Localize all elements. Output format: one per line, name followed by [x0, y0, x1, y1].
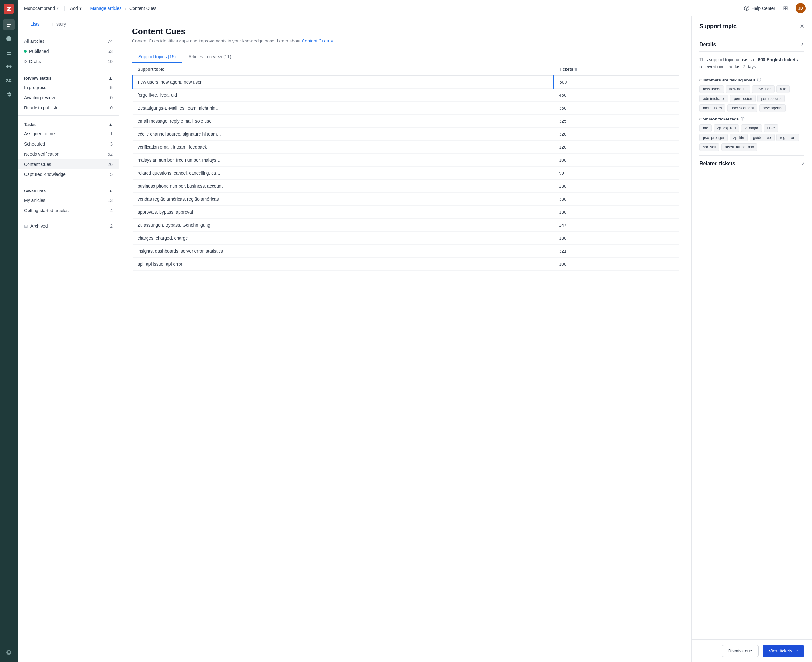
table-row[interactable]: verification email, it team, feedback120: [133, 141, 679, 154]
close-button[interactable]: ✕: [800, 23, 804, 30]
tasks-header[interactable]: Tasks ▲: [18, 118, 119, 129]
sidebar-item-in-progress[interactable]: In progress 5: [18, 82, 119, 93]
brand-selector[interactable]: Monocambrand ▾: [24, 6, 59, 11]
sidebar-item-ready-to-publish[interactable]: Ready to publish 0: [18, 103, 119, 113]
divider-4: [18, 218, 119, 219]
in-progress-count: 5: [110, 85, 113, 90]
sidebar-item-scheduled[interactable]: Scheduled 3: [18, 139, 119, 149]
common-tags-container: m6zp_expired2_majorbu-epso_prengerzp_lit…: [699, 124, 804, 151]
tickets-cell: 230: [554, 180, 679, 193]
nav-tickets[interactable]: [3, 33, 14, 44]
common-tag: zp_expired: [714, 124, 740, 132]
topic-cell: forgo livre, livea, uid: [133, 89, 554, 102]
tab-support-topics[interactable]: Support topics (15): [132, 51, 182, 63]
topic-cell: insights, dashboards, server error, stat…: [133, 245, 554, 258]
sidebar-item-getting-started[interactable]: Getting started articles 4: [18, 206, 119, 215]
tickets-cell: 100: [554, 258, 679, 271]
sidebar-item-all-articles[interactable]: All articles 74: [18, 36, 119, 46]
topbar-divider: |: [64, 6, 65, 11]
table-row[interactable]: cécile channel source, signature hi team…: [133, 128, 679, 141]
table-row[interactable]: vendas região américas, região américas3…: [133, 193, 679, 206]
awaiting-review-count: 0: [110, 95, 113, 100]
awaiting-review-label: Awaiting review: [24, 95, 110, 100]
help-center-button[interactable]: Help Center: [744, 5, 775, 11]
sidebar-item-archived[interactable]: ⊟ Archived 2: [18, 221, 119, 231]
add-menu[interactable]: Add ▾: [70, 6, 82, 11]
app-logo[interactable]: [4, 4, 14, 14]
table-row[interactable]: approvals, bypass, approval130: [133, 206, 679, 219]
tickets-cell: 600: [554, 76, 679, 89]
user-avatar[interactable]: JD: [796, 3, 806, 13]
tickets-cell: 99: [554, 167, 679, 180]
svg-rect-2: [6, 26, 10, 27]
tab-lists[interactable]: Lists: [24, 16, 46, 32]
saved-lists-header[interactable]: Saved lists ▲: [18, 185, 119, 195]
table-body: new users, new agent, new user600forgo l…: [133, 76, 679, 271]
dismiss-cue-button[interactable]: Dismiss cue: [722, 645, 759, 657]
sort-icon[interactable]: ⇅: [574, 67, 577, 71]
sidebar-item-content-cues[interactable]: Content Cues 26: [18, 159, 119, 169]
tickets-cell: 247: [554, 219, 679, 232]
topic-cell: cécile channel source, signature hi team…: [133, 128, 554, 141]
nav-list[interactable]: [3, 47, 14, 58]
customers-talking-label: Customers are talking about ⓘ: [699, 77, 804, 83]
main-panel: Content Cues Content Cues identifies gap…: [119, 16, 691, 662]
current-page: Content Cues: [129, 6, 157, 11]
sidebar-item-awaiting-review[interactable]: Awaiting review 0: [18, 93, 119, 103]
table-row[interactable]: insights, dashboards, server error, stat…: [133, 245, 679, 258]
table-row[interactable]: Zulassungen, Bypass, Genehmigung247: [133, 219, 679, 232]
view-tickets-external-icon: ↗: [795, 649, 798, 653]
topic-cell: new users, new agent, new user: [133, 76, 554, 89]
sidebar-item-drafts[interactable]: Drafts 19: [18, 56, 119, 67]
content-cues-link[interactable]: Content Cues ↗: [302, 39, 333, 43]
related-tickets-header[interactable]: Related tickets ∨: [699, 156, 804, 172]
table-row[interactable]: business phone number, business, account…: [133, 180, 679, 193]
nav-eye[interactable]: [3, 61, 14, 72]
nav-zendesk[interactable]: [3, 647, 14, 658]
sidebar: Lists History All articles 74 Published …: [18, 16, 119, 662]
sidebar-item-my-articles[interactable]: My articles 13: [18, 195, 119, 206]
details-toggle[interactable]: ∧: [801, 42, 804, 48]
tickets-cell: 450: [554, 89, 679, 102]
tab-articles-review[interactable]: Articles to review (11): [182, 51, 238, 63]
table-row[interactable]: email message, reply e mail, sole use325: [133, 115, 679, 128]
details-text-2: received over the last 7 days.: [699, 64, 757, 69]
right-panel-title: Support topic: [699, 23, 736, 30]
nav-settings[interactable]: [3, 89, 14, 100]
grid-view-button[interactable]: ⊞: [780, 3, 790, 13]
details-title: Details: [699, 42, 716, 48]
customer-tag: permission: [730, 95, 756, 103]
sidebar-item-needs-verification[interactable]: Needs verification 52: [18, 149, 119, 159]
tasks-label: Tasks: [24, 122, 35, 127]
ready-to-publish-count: 0: [110, 105, 113, 110]
customer-tag: more users: [699, 104, 725, 112]
nav-articles[interactable]: [3, 19, 14, 31]
common-tag: bu-e: [764, 124, 778, 132]
manage-articles-link[interactable]: Manage articles: [90, 6, 122, 11]
tab-history[interactable]: History: [46, 16, 72, 32]
table-row[interactable]: new users, new agent, new user600: [133, 76, 679, 89]
sidebar-item-captured-knowledge[interactable]: Captured Knowledge 5: [18, 169, 119, 180]
table-row[interactable]: forgo livre, livea, uid450: [133, 89, 679, 102]
svg-rect-4: [6, 52, 11, 53]
sidebar-item-assigned-to-me[interactable]: Assigned to me 1: [18, 129, 119, 139]
table-row[interactable]: related questions, cancel, cancelling, c…: [133, 167, 679, 180]
nav-people[interactable]: [3, 75, 14, 86]
sidebar-list: All articles 74 Published 53 Drafts 19 R…: [18, 32, 119, 235]
tickets-cell: 321: [554, 245, 679, 258]
col-tickets: Tickets ⇅: [554, 63, 679, 76]
sidebar-item-published[interactable]: Published 53: [18, 46, 119, 56]
published-label: Published: [29, 49, 108, 54]
topbar: Monocambrand ▾ | Add ▾ | Manage articles…: [18, 0, 812, 16]
customer-tag: permissions: [757, 95, 785, 103]
all-articles-count: 74: [108, 39, 113, 44]
table-row[interactable]: Bestätigungs-E-Mail, es Team, nicht hin……: [133, 102, 679, 115]
view-tickets-button[interactable]: View tickets ↗: [762, 645, 804, 657]
assigned-to-me-count: 1: [110, 131, 113, 137]
table-row[interactable]: charges, charged, charge130: [133, 232, 679, 245]
review-status-header[interactable]: Review status ▲: [18, 72, 119, 82]
topic-cell: malaysian number, free number, malays…: [133, 154, 554, 167]
table-row[interactable]: malaysian number, free number, malays…10…: [133, 154, 679, 167]
common-tag: pso_prenger: [699, 134, 728, 141]
table-row[interactable]: api, api issue, api error100: [133, 258, 679, 271]
